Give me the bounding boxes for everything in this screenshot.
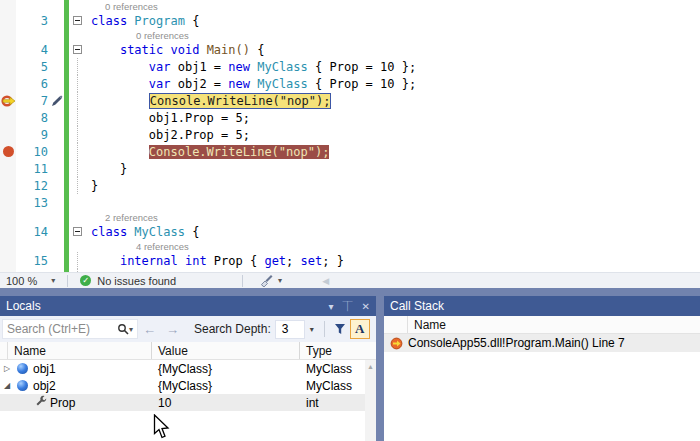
breakpoint-margin[interactable] (0, 0, 16, 12)
window-position-icon[interactable]: ▾ (329, 301, 334, 312)
code-text[interactable]: obj1.Prop = 5; (85, 111, 700, 125)
fold-margin[interactable] (69, 58, 85, 75)
code-line[interactable]: 7 Console.WriteLine("nop"); (0, 92, 700, 109)
fold-margin[interactable] (69, 109, 85, 126)
fold-margin[interactable] (69, 160, 85, 177)
code-text[interactable] (85, 196, 700, 210)
code-text[interactable]: obj2.Prop = 5; (85, 128, 700, 142)
code-text[interactable]: var obj2 = new MyClass { Prop = 10 }; (85, 77, 700, 91)
column-header-name[interactable]: Name (8, 342, 152, 359)
codelens-text[interactable]: 4 references (85, 241, 700, 252)
code-text[interactable]: class Program { (85, 14, 700, 28)
code-line[interactable]: 6 var obj2 = new MyClass { Prop = 10 }; (0, 75, 700, 92)
breakpoint-margin[interactable] (0, 126, 16, 143)
fold-margin[interactable] (69, 194, 85, 211)
breakpoint-margin[interactable] (0, 29, 16, 41)
code-text[interactable]: } (85, 162, 700, 176)
expander-icon[interactable]: ▷ (0, 364, 14, 373)
zoom-level-dropdown[interactable]: 100 % ▾ (0, 275, 61, 287)
codelens-references[interactable]: 2 references (0, 211, 700, 223)
codelens-references[interactable]: 0 references (0, 29, 700, 41)
code-cleanup-button[interactable]: ▾ (259, 274, 282, 287)
codelens-references[interactable]: 4 references (0, 240, 700, 252)
highlight-toggle-button[interactable]: A (350, 319, 370, 339)
column-header-value[interactable]: Value (152, 342, 300, 359)
breakpoint-margin[interactable] (0, 223, 16, 240)
codelens-text[interactable]: 2 references (85, 212, 700, 223)
fold-margin[interactable] (69, 223, 85, 240)
fold-margin[interactable] (69, 12, 85, 29)
codelens-text[interactable]: 0 references (85, 30, 700, 41)
locals-scrollbar[interactable]: ▲ (365, 360, 376, 441)
close-icon[interactable]: ✕ (362, 301, 370, 312)
codelens-text[interactable]: 0 references (85, 1, 700, 12)
fold-margin[interactable] (69, 92, 85, 109)
code-line[interactable]: 11 } (0, 160, 700, 177)
breakpoint-margin[interactable] (0, 41, 16, 58)
code-text[interactable]: internal int Prop { get; set; } (85, 254, 700, 268)
code-line[interactable]: 14class MyClass { (0, 223, 700, 240)
code-line[interactable]: 9 obj2.Prop = 5; (0, 126, 700, 143)
code-text[interactable]: Console.WriteLine("nop"); (85, 145, 700, 159)
variable-value[interactable]: {MyClass} (152, 379, 300, 393)
breakpoint-margin[interactable] (0, 109, 16, 126)
locals-row-obj2[interactable]: ◢obj2{MyClass}MyClass (0, 377, 376, 394)
fold-margin[interactable] (69, 177, 85, 194)
code-line[interactable]: 15 internal int Prop { get; set; } (0, 252, 700, 269)
chevron-down-icon: ▾ (51, 276, 55, 285)
breakpoint-margin[interactable] (0, 160, 16, 177)
locals-row-obj1[interactable]: ▷obj1{MyClass}MyClass (0, 360, 376, 377)
callstack-title-bar[interactable]: Call Stack (384, 296, 700, 316)
breakpoint-margin[interactable] (0, 240, 16, 252)
panel-splitter[interactable] (0, 288, 700, 296)
code-text[interactable]: class MyClass { (85, 225, 700, 239)
breakpoint-margin[interactable] (0, 58, 16, 75)
breakpoint-margin[interactable] (0, 177, 16, 194)
column-header-name[interactable]: Name (408, 316, 700, 333)
fold-margin[interactable] (69, 252, 85, 269)
breakpoint-margin[interactable] (0, 211, 16, 223)
code-line[interactable]: 10 Console.WriteLine("nop"); (0, 143, 700, 160)
search-input[interactable]: Search (Ctrl+E) ▾ (2, 319, 138, 339)
code-line[interactable]: 8 obj1.Prop = 5; (0, 109, 700, 126)
fold-margin[interactable] (69, 41, 85, 58)
code-line[interactable]: 4 static void Main() { (0, 41, 700, 58)
locals-title-bar[interactable]: Locals ▾ ⏉ ✕ (0, 296, 376, 316)
code-health-indicator[interactable]: ✓ No issues found (74, 275, 182, 287)
filter-button[interactable] (330, 319, 350, 339)
expander-icon[interactable]: ◢ (0, 381, 14, 390)
code-text[interactable]: var obj1 = new MyClass { Prop = 10 }; (85, 60, 700, 74)
breakpoint-margin[interactable] (0, 92, 16, 109)
variable-value[interactable]: {MyClass} (152, 362, 300, 376)
breakpoint-margin[interactable] (0, 143, 16, 160)
fold-margin[interactable] (69, 75, 85, 92)
search-forward-button[interactable]: → (166, 322, 179, 337)
code-text[interactable]: static void Main() { (85, 43, 700, 57)
scroll-left-icon[interactable]: ◀ (322, 276, 329, 286)
search-back-button[interactable]: ← (143, 322, 156, 337)
callstack-frame[interactable]: ConsoleApp55.dll!Program.Main() Line 7 (384, 334, 700, 352)
breakpoint-margin[interactable] (0, 12, 16, 29)
code-line[interactable]: 3class Program { (0, 12, 700, 29)
codelens-references[interactable]: 0 references (0, 0, 700, 12)
locals-row-Prop[interactable]: Prop10int (0, 394, 376, 411)
code-text[interactable]: } (85, 179, 700, 193)
breakpoint-margin[interactable] (0, 194, 16, 211)
variable-name: Prop (50, 396, 75, 410)
fold-margin[interactable] (69, 143, 85, 160)
code-line[interactable]: 5 var obj1 = new MyClass { Prop = 10 }; (0, 58, 700, 75)
search-depth-select[interactable]: 3 (275, 320, 305, 339)
fold-margin[interactable] (69, 126, 85, 143)
pin-icon[interactable]: ⏉ (343, 301, 353, 312)
code-text[interactable]: Console.WriteLine("nop"); (85, 93, 700, 109)
variable-name: obj1 (33, 362, 56, 376)
breakpoint-margin[interactable] (0, 75, 16, 92)
breakpoint-current-statement-icon (1, 95, 16, 107)
code-line[interactable]: 13 (0, 194, 700, 211)
breakpoint-margin[interactable] (0, 252, 16, 269)
code-editor[interactable]: 0 references3class Program {0 references… (0, 0, 700, 272)
variable-value[interactable]: 10 (152, 396, 300, 410)
column-header-type[interactable]: Type (300, 342, 364, 359)
chevron-down-icon[interactable]: ▾ (305, 325, 319, 334)
code-line[interactable]: 12} (0, 177, 700, 194)
